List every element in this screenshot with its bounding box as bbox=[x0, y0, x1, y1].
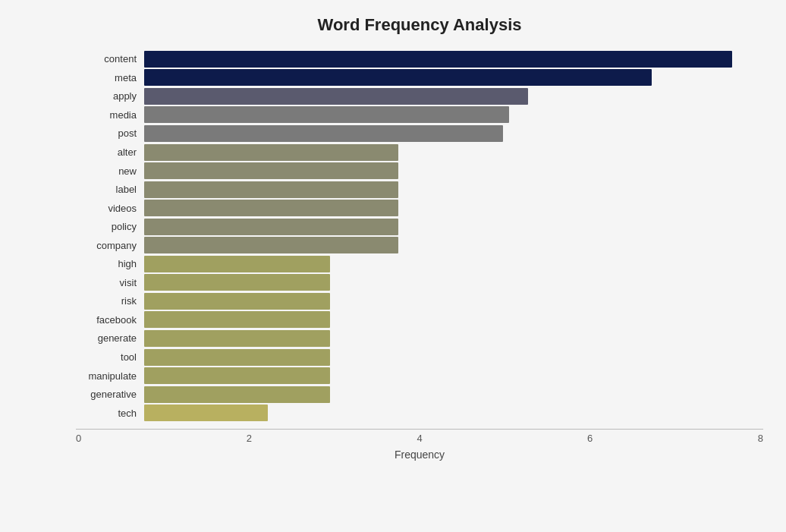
bar-row: tool bbox=[76, 348, 763, 367]
bar-label: tool bbox=[76, 351, 144, 363]
x-axis-label: Frequency bbox=[76, 449, 763, 461]
bar-row: videos bbox=[76, 199, 763, 217]
bar-row: content bbox=[76, 50, 763, 68]
bar-track bbox=[144, 162, 763, 179]
x-tick: 0 bbox=[76, 433, 81, 444]
bar-row: label bbox=[76, 181, 763, 199]
bar-fill bbox=[144, 293, 330, 310]
bar-fill bbox=[144, 367, 330, 384]
bar-row: manipulate bbox=[76, 367, 763, 385]
bar-fill bbox=[144, 181, 398, 198]
bar-track bbox=[144, 330, 763, 347]
bar-track bbox=[144, 367, 763, 384]
bar-label: alter bbox=[76, 146, 144, 158]
bar-label: generate bbox=[76, 332, 144, 344]
bar-label: label bbox=[76, 184, 144, 195]
x-tick: 6 bbox=[587, 433, 593, 444]
bar-row: generate bbox=[76, 329, 763, 348]
bar-label: risk bbox=[76, 295, 144, 307]
bar-row: media bbox=[76, 106, 763, 124]
bar-track bbox=[144, 181, 763, 198]
bar-fill bbox=[144, 162, 398, 179]
bar-track bbox=[144, 237, 763, 253]
bar-label: policy bbox=[76, 221, 144, 232]
bar-row: alter bbox=[76, 143, 763, 162]
bar-row: tech bbox=[76, 404, 763, 422]
bar-label: apply bbox=[76, 90, 144, 102]
bar-label: videos bbox=[76, 203, 144, 214]
bar-track bbox=[144, 200, 763, 216]
bar-fill bbox=[144, 274, 330, 291]
bar-track bbox=[144, 219, 763, 235]
bar-fill bbox=[144, 200, 398, 216]
bar-row: policy bbox=[76, 218, 763, 236]
bar-track bbox=[144, 386, 763, 403]
bar-label: post bbox=[76, 127, 144, 139]
bar-track bbox=[144, 88, 763, 105]
x-axis-ticks: 02468 bbox=[76, 433, 763, 444]
bar-label: generative bbox=[76, 389, 144, 400]
bar-track bbox=[144, 293, 763, 310]
bar-row: facebook bbox=[76, 311, 763, 329]
bar-row: post bbox=[76, 124, 763, 143]
bar-row: apply bbox=[76, 87, 763, 105]
bar-track bbox=[144, 256, 763, 272]
bar-fill bbox=[144, 219, 398, 235]
bar-label: media bbox=[76, 109, 144, 121]
chart-container: Word Frequency Analysis contentmetaapply… bbox=[0, 0, 786, 532]
bar-fill bbox=[144, 405, 268, 421]
bar-fill bbox=[144, 386, 330, 403]
x-tick: 2 bbox=[247, 433, 252, 444]
bar-fill bbox=[144, 349, 330, 366]
bar-row: meta bbox=[76, 69, 763, 87]
bar-fill bbox=[144, 311, 330, 328]
bar-label: content bbox=[76, 53, 144, 65]
x-tick: 4 bbox=[417, 433, 422, 444]
bar-fill bbox=[144, 51, 732, 68]
bar-track bbox=[144, 106, 763, 123]
bar-row: risk bbox=[76, 292, 763, 310]
bar-label: visit bbox=[76, 277, 144, 288]
bar-label: company bbox=[76, 240, 144, 251]
x-tick: 8 bbox=[758, 433, 763, 444]
chart-title: Word Frequency Analysis bbox=[76, 15, 763, 35]
bar-label: facebook bbox=[76, 314, 144, 326]
bar-track bbox=[144, 69, 763, 86]
bar-label: manipulate bbox=[76, 370, 144, 382]
bar-fill bbox=[144, 69, 652, 86]
bar-row: high bbox=[76, 255, 763, 273]
bar-fill bbox=[144, 330, 330, 347]
bar-label: meta bbox=[76, 72, 144, 83]
bar-fill bbox=[144, 237, 398, 253]
bar-fill bbox=[144, 88, 528, 105]
bar-track bbox=[144, 125, 763, 142]
bar-track bbox=[144, 51, 763, 68]
bars-area: contentmetaapplymediapostalternewlabelvi… bbox=[76, 50, 763, 423]
bar-row: visit bbox=[76, 274, 763, 292]
bar-fill bbox=[144, 144, 398, 161]
bar-row: new bbox=[76, 162, 763, 180]
bar-track bbox=[144, 274, 763, 291]
bar-fill bbox=[144, 256, 330, 272]
bar-track bbox=[144, 349, 763, 366]
bar-row: company bbox=[76, 236, 763, 254]
bar-label: new bbox=[76, 165, 144, 177]
bar-label: high bbox=[76, 258, 144, 269]
bar-track bbox=[144, 405, 763, 421]
bar-track bbox=[144, 311, 763, 328]
bar-fill bbox=[144, 125, 503, 142]
bar-label: tech bbox=[76, 408, 144, 419]
bar-row: generative bbox=[76, 386, 763, 404]
bar-fill bbox=[144, 106, 509, 123]
bar-track bbox=[144, 144, 763, 161]
